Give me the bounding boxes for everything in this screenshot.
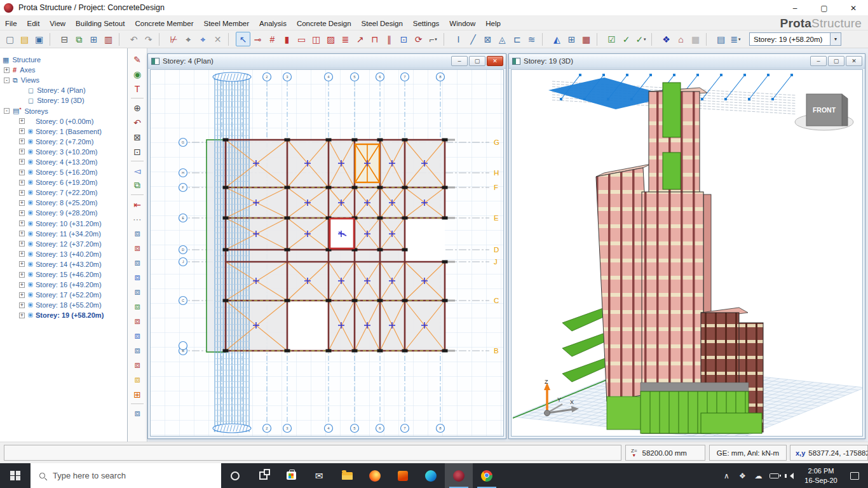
tree-item-storey-17-52-20m[interactable]: +Storey: 17 (+52.20m) xyxy=(0,290,127,300)
menu-steel-member[interactable]: Steel Member xyxy=(199,18,255,29)
menu-building-setout[interactable]: Building Setout xyxy=(71,18,130,29)
tool-x-brace-icon[interactable]: ⊠ xyxy=(480,32,495,46)
start-button[interactable] xyxy=(0,463,31,488)
tree-item-storey-1-basement[interactable]: +Storey: 1 (Basement) xyxy=(0,126,127,137)
tool-column-design-icon[interactable]: ☑ xyxy=(604,32,619,46)
taskbar-clock[interactable]: 2:06 PM 16-Sep-20 xyxy=(798,466,844,485)
side-tool-layer-colors-icon[interactable]: ⧈ xyxy=(130,372,145,387)
tree-item-storey-7-22-20m[interactable]: +Storey: 7 (+22.20m) xyxy=(0,187,127,198)
side-tool-zoom-previous-icon[interactable]: ↶ xyxy=(130,115,145,130)
view3d-minimize-button[interactable]: – xyxy=(810,56,827,66)
taskbar-app-protastructure-icon[interactable] xyxy=(445,463,473,488)
tree-expand-toggle[interactable]: + xyxy=(19,251,25,257)
tool-building-model-icon[interactable]: ⌂ xyxy=(674,32,688,46)
tree-item-storey-11-34-20m[interactable]: +Storey: 11 (+34.20m) xyxy=(0,229,127,239)
side-tool-layer-add-icon[interactable]: ⧈ xyxy=(130,255,145,270)
tree-expand-toggle[interactable]: + xyxy=(4,67,10,73)
tree-expand-toggle[interactable]: + xyxy=(19,159,25,165)
tool-beam-design-icon[interactable]: ✓ xyxy=(619,32,634,46)
taskbar-app-microsoft-store-icon[interactable] xyxy=(277,463,305,488)
plan-window-titlebar[interactable]: Storey: 4 (Plan) – ▢ ✕ xyxy=(148,54,506,69)
tool-edit-axes-icon[interactable]: # xyxy=(265,32,280,46)
menu-file[interactable]: File xyxy=(0,18,22,29)
tool-storey-manager-icon[interactable]: ≣▾ xyxy=(728,32,743,46)
tree-item-storeys[interactable]: -▤✶Storeys xyxy=(0,105,127,116)
menu-concrete-member[interactable]: Concrete Member xyxy=(130,18,198,29)
tree-item-storey-19-3d[interactable]: ◻Storey: 19 (3D) xyxy=(0,95,127,105)
menu-window[interactable]: Window xyxy=(444,18,480,29)
tree-item-storey-18-55-20m[interactable]: +Storey: 18 (+55.20m) xyxy=(0,300,127,310)
taskbar-app-office-icon[interactable] xyxy=(389,463,417,488)
side-tool-zoom-dynamic-icon[interactable]: ⊡ xyxy=(130,144,145,159)
side-tool-copy-view-icon[interactable]: ⧉ xyxy=(130,178,145,193)
tree-item-storey-16-49-20m[interactable]: +Storey: 16 (+49.20m) xyxy=(0,280,127,290)
side-tool-layer-export-icon[interactable]: ⧈ xyxy=(130,329,145,343)
side-tool-edit-pencil-icon[interactable]: ✎ xyxy=(130,52,145,67)
tree-item-storey-4-13-20m[interactable]: +Storey: 4 (+13.20m) xyxy=(0,157,127,167)
view3d-restore-button[interactable]: ▢ xyxy=(828,56,844,66)
tree-item-storey-13-40-20m[interactable]: +Storey: 13 (+40.20m) xyxy=(0,249,127,259)
tool-steel-column-icon[interactable]: I xyxy=(451,32,466,46)
view3d-window-titlebar[interactable]: Storey: 19 (3D) – ▢ ✕ xyxy=(509,54,865,69)
tree-item-storey-9-28-20m[interactable]: +Storey: 9 (+28.20m) xyxy=(0,208,127,218)
tool-beam-icon[interactable]: ◫ xyxy=(309,32,323,46)
menu-edit[interactable]: Edit xyxy=(22,18,45,29)
tool-undo-icon[interactable]: ↶ xyxy=(126,32,141,46)
tool-draw-member-icon[interactable]: ⊸ xyxy=(250,32,265,46)
tool-pick-add-icon[interactable]: ⌖ xyxy=(196,32,210,46)
tree-expand-toggle[interactable]: + xyxy=(19,220,25,226)
tool-terrain-icon[interactable]: ◭ xyxy=(550,32,564,46)
menu-view[interactable]: View xyxy=(44,18,71,29)
tree-expand-toggle[interactable]: - xyxy=(4,108,10,114)
side-tool-ruler-icon[interactable]: ⋯ xyxy=(130,212,145,226)
tool-axis-snap-icon[interactable]: ⊬ xyxy=(166,32,181,46)
tree-expand-toggle[interactable]: + xyxy=(19,313,25,318)
tool-hatch-icon[interactable]: ∥ xyxy=(382,32,397,46)
menu-help[interactable]: Help xyxy=(480,18,506,29)
tree-expand-toggle[interactable]: + xyxy=(19,200,25,206)
tool-rotate-member-icon[interactable]: ⟳ xyxy=(411,32,426,46)
tree-expand-toggle[interactable]: + xyxy=(19,241,25,247)
tool-paste-drawing-icon[interactable]: ▥ xyxy=(101,32,116,46)
tree-expand-toggle[interactable]: + xyxy=(19,139,25,144)
tool-steel-channel-icon[interactable]: ⊏ xyxy=(510,32,524,46)
side-tool-zoom-extents-icon[interactable]: ⊠ xyxy=(130,130,145,144)
tool-mesh-icon[interactable]: ▦ xyxy=(688,32,703,46)
menu-settings[interactable]: Settings xyxy=(408,18,445,29)
taskbar-app-task-view-icon[interactable] xyxy=(249,463,277,488)
notification-center-icon[interactable] xyxy=(850,472,859,480)
tool-save-file-icon[interactable]: ▣ xyxy=(32,32,46,46)
tree-expand-toggle[interactable]: + xyxy=(19,261,25,267)
storey-selector[interactable]: Storey: 19 (+58.20m) ▾ xyxy=(749,32,841,46)
tree-expand-toggle[interactable]: + xyxy=(19,292,25,298)
taskbar-app-file-explorer-icon[interactable] xyxy=(333,463,361,488)
tool-frame-wizard-icon[interactable]: ▦ xyxy=(579,32,593,46)
taskbar-app-chrome-icon[interactable] xyxy=(473,463,501,488)
tree-item-storey-14-43-20m[interactable]: +Storey: 14 (+43.20m) xyxy=(0,259,127,269)
tree-expand-toggle[interactable]: + xyxy=(19,282,25,288)
tool-pick-remove-icon[interactable]: ⌖ xyxy=(181,32,196,46)
side-tool-layer-edit-icon[interactable]: ⧈ xyxy=(130,241,145,255)
tree-item-storey-0-0-00m[interactable]: +Storey: 0 (+0.00m) xyxy=(0,116,127,126)
menu-concrete-design[interactable]: Concrete Design xyxy=(292,18,356,29)
tree-item-axes[interactable]: +#Axes xyxy=(0,65,127,75)
taskbar-app-cortana-icon[interactable] xyxy=(221,463,249,488)
tree-item-views[interactable]: -⧉Views xyxy=(0,75,127,85)
side-tool-layer-pattern-icon[interactable]: ⊞ xyxy=(130,387,145,402)
side-tool-dimension-icon[interactable]: ⇤ xyxy=(130,197,145,212)
tree-expand-toggle[interactable]: + xyxy=(19,272,25,278)
tree-item-storey-12-37-20m[interactable]: +Storey: 12 (+37.20m) xyxy=(0,239,127,249)
plan-canvas[interactable]: 22334455667788GGHHFFEEDDJJCCBB xyxy=(151,70,504,437)
tree-expand-toggle[interactable]: + xyxy=(19,170,25,175)
tree-item-storey-5-16-20m[interactable]: +Storey: 5 (+16.20m) xyxy=(0,167,127,177)
storey-selector-dropdown-icon[interactable]: ▾ xyxy=(831,32,841,46)
side-tool-zoom-window-icon[interactable]: ⊕ xyxy=(130,100,145,115)
tree-item-storey-19-58-20m[interactable]: +Storey: 19 (+58.20m) xyxy=(0,310,127,320)
tool-stair-icon[interactable]: ≣ xyxy=(338,32,353,46)
tree-item-storey-2-7-20m[interactable]: +Storey: 2 (+7.20m) xyxy=(0,137,127,147)
tree-expand-toggle[interactable]: + xyxy=(19,118,25,124)
tool-wall-icon[interactable]: ▭ xyxy=(294,32,309,46)
menu-steel-design[interactable]: Steel Design xyxy=(356,18,408,29)
tool-erase-icon[interactable]: ✕ xyxy=(210,32,225,46)
side-tool-layer-update-icon[interactable]: ⧈ xyxy=(130,343,145,358)
